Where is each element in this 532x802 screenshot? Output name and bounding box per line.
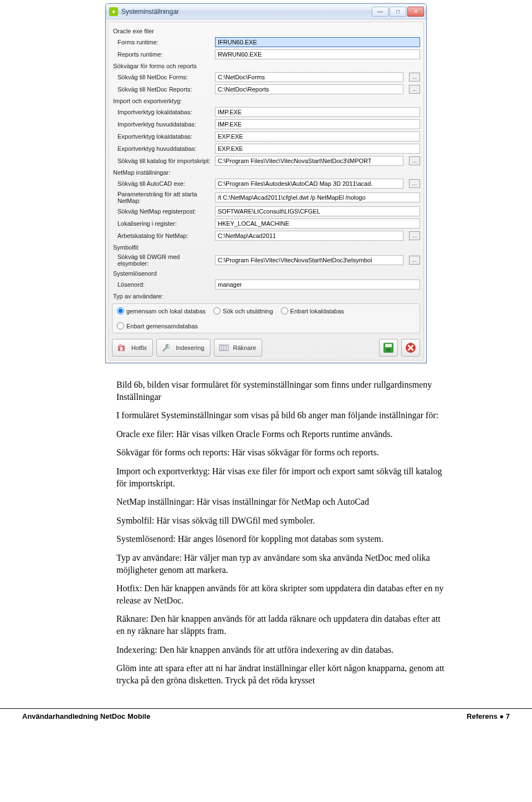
symbol-label: Sökväg till DWGfil med elsymboler:: [117, 253, 212, 267]
param-label: Parametersträng för att starta NetMap:: [117, 191, 212, 204]
symbol-header: Symbolfil:: [112, 242, 420, 252]
counters-button[interactable]: Räknare: [214, 339, 263, 357]
script-path-browse[interactable]: …: [409, 156, 420, 165]
reports-path-label: Sökväg till NetDoc Reports:: [117, 86, 212, 93]
minimize-button[interactable]: —: [372, 7, 388, 17]
save-button[interactable]: [379, 339, 398, 357]
forms-path-input[interactable]: [215, 72, 403, 82]
imp-local-input[interactable]: [215, 107, 420, 117]
script-path-input[interactable]: [215, 156, 403, 166]
loc-input[interactable]: [215, 219, 420, 229]
usertype-opt2[interactable]: Sök och utsättning: [213, 307, 273, 314]
imp-main-input[interactable]: [215, 119, 420, 129]
footer-sep: ●: [498, 712, 506, 720]
footer-left: Användarhandledning NetDoc Mobile: [22, 712, 150, 720]
imp-local-label: Importverktyg lokaldatabas:: [117, 109, 212, 115]
hotfix-label: Hotfix: [131, 344, 147, 351]
autocad-input[interactable]: [215, 179, 403, 189]
close-icon: [405, 342, 417, 354]
work-input[interactable]: [215, 231, 403, 241]
symbol-input[interactable]: [215, 255, 403, 265]
hotfix-icon: [116, 342, 128, 353]
password-input[interactable]: [215, 280, 420, 290]
loc-label: Lokalisering i register:: [117, 220, 212, 227]
svg-rect-2: [120, 347, 122, 351]
syspass-header: Systemlösenord: [112, 268, 420, 278]
para: Indexering: Den här knappen används för …: [116, 644, 449, 656]
indexing-button[interactable]: Indexering: [156, 339, 210, 357]
svg-rect-1: [119, 344, 121, 347]
password-label: Lösenord:: [117, 281, 212, 288]
svg-rect-9: [386, 348, 391, 352]
forms-runtime-label: Forms runtime:: [117, 39, 212, 45]
autocad-label: Sökväg till AutoCAD exe:: [117, 180, 212, 187]
para: Räknare: Den här knappen används för att…: [116, 613, 449, 637]
footer-page: 7: [506, 712, 510, 720]
para: Systemlösenord: Här anges lösenord för k…: [116, 533, 449, 545]
exp-local-input[interactable]: [215, 131, 420, 141]
app-icon: ●: [109, 7, 118, 16]
script-path-label: Sökväg till katalog för importskript:: [117, 158, 212, 164]
settings-window: ● Systeminställningar — □ ✕ Oracle exe f…: [105, 3, 427, 363]
exp-main-input[interactable]: [215, 144, 420, 154]
reports-path-browse[interactable]: …: [409, 85, 420, 94]
usertype-opt4[interactable]: Enbart gemensamdatabas: [117, 322, 198, 329]
symbol-browse[interactable]: …: [409, 256, 420, 265]
usertype-radio-1[interactable]: [117, 307, 124, 314]
usertype-header: Typ av användare:: [112, 291, 420, 301]
exp-local-label: Exportverktyg lokaldatabas:: [117, 133, 212, 140]
hotfix-button[interactable]: Hotfix: [112, 339, 153, 357]
para: Sökvägar för forms och reports: Här visa…: [116, 446, 449, 459]
counter-icon: [218, 342, 230, 353]
reg-label: Sökväg NetMap registerpost:: [117, 208, 212, 215]
impexp-header: Import och exportverktyg:: [112, 95, 420, 106]
wrench-icon: [160, 342, 172, 353]
usertype-opt1[interactable]: gemensam och lokal databas: [117, 307, 206, 314]
para: Hotfix: Den här knappen används för att …: [116, 582, 449, 606]
forms-path-browse[interactable]: …: [409, 73, 420, 82]
usertype-radio-2[interactable]: [213, 307, 221, 314]
usertype-radio-3[interactable]: [281, 307, 288, 314]
maximize-button[interactable]: □: [390, 7, 406, 17]
autocad-browse[interactable]: …: [409, 179, 420, 188]
exp-main-label: Exportverktyg huvuddatabas:: [117, 145, 212, 152]
oracle-header: Oracle exe filer: [112, 26, 420, 36]
footer-right-label: Referens: [467, 712, 498, 720]
close-action-button[interactable]: [401, 339, 420, 357]
forms-path-label: Sökväg till NetDoc Forms:: [117, 74, 212, 80]
counters-label: Räknare: [233, 344, 257, 351]
reports-runtime-label: Reports runtime:: [117, 51, 212, 58]
usertype-group: gemensam och lokal databas Sök och utsät…: [112, 303, 420, 333]
save-icon: [382, 342, 395, 354]
forms-runtime-input[interactable]: [215, 37, 420, 47]
imp-main-label: Importverktyg huvuddatabas:: [117, 121, 212, 128]
page-footer: Användarhandledning NetDoc Mobile Refere…: [0, 708, 532, 720]
para: Typ av användare: Här väljer man typ av …: [116, 552, 449, 576]
work-label: Arbetskatalog för NetMap:: [117, 232, 212, 239]
reports-runtime-input[interactable]: [215, 49, 420, 59]
usertype-radio-4[interactable]: [117, 322, 124, 329]
param-input[interactable]: [215, 192, 420, 202]
para: Import och exportverktyg: Här visas exe …: [116, 465, 449, 489]
article-body: Bild 6b, bilden visar formuläret för sys…: [0, 363, 532, 686]
para: Oracle exe filer: Här visas vilken Oracl…: [116, 428, 449, 440]
para: Symbolfil: Här visas sökväg till DWGfil …: [116, 515, 449, 527]
titlebar: ● Systeminställningar — □ ✕: [106, 4, 426, 19]
reg-input[interactable]: [215, 206, 420, 216]
para: NetMap inställningar: Här visas inställn…: [116, 496, 449, 508]
window-title: Systeminställningar: [121, 8, 372, 16]
netmap-header: NetMap inställningar:: [112, 167, 420, 177]
para: I formuläret Systeminställningar som vis…: [116, 409, 449, 422]
para: Bild 6b, bilden visar formuläret för sys…: [116, 379, 449, 403]
work-browse[interactable]: …: [409, 231, 420, 240]
close-button[interactable]: ✕: [407, 7, 424, 17]
reports-path-input[interactable]: [215, 84, 403, 94]
svg-rect-8: [385, 344, 392, 347]
indexing-label: Indexering: [176, 344, 204, 351]
usertype-opt3[interactable]: Enbart lokaldatabas: [281, 307, 344, 314]
para: Glöm inte att spara efter att ni har änd…: [116, 662, 449, 686]
paths-header: Sökvägar för forms och reports: [112, 60, 420, 71]
